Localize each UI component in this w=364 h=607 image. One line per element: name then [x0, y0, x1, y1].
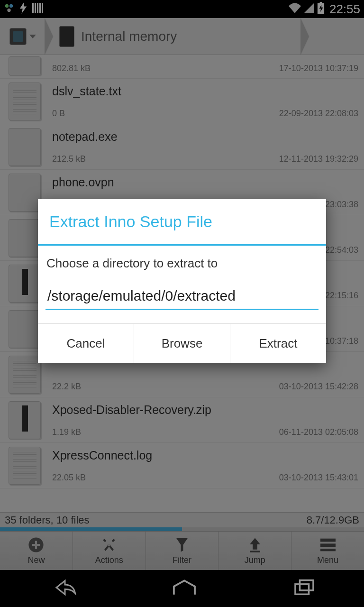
path-input[interactable]	[46, 284, 318, 310]
dialog-title: Extract Inno Setup File	[38, 199, 326, 244]
dialog-message: Choose a directory to extract to	[46, 256, 318, 271]
extract-button[interactable]: Extract	[230, 324, 326, 363]
extract-dialog: Extract Inno Setup File Choose a directo…	[38, 199, 326, 363]
cancel-button[interactable]: Cancel	[38, 324, 134, 363]
browse-button[interactable]: Browse	[134, 324, 230, 363]
